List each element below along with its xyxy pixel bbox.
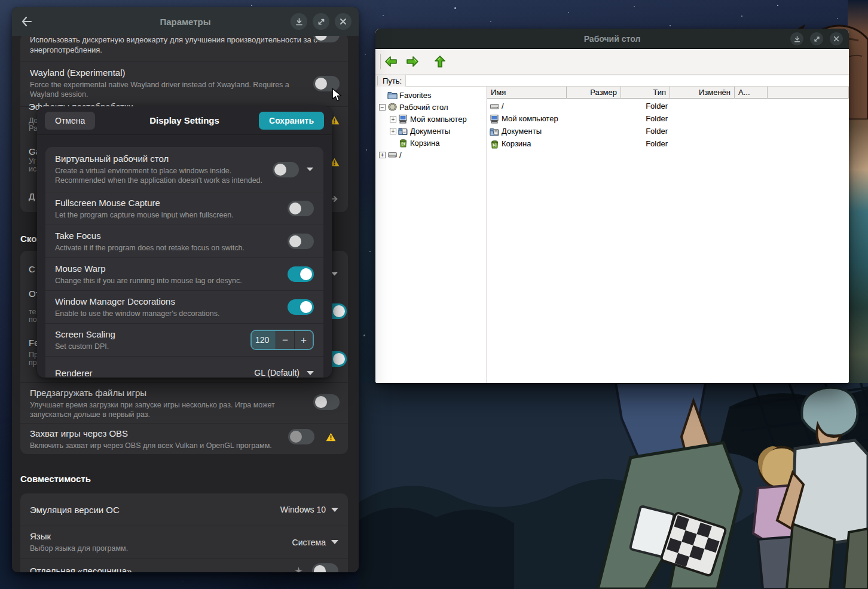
file-list: ИмяРазмерТипИзменёнА... /FolderМой компь… — [487, 87, 849, 383]
dialog-setting-row: Window Manager DecorationsEnable to use … — [45, 290, 323, 323]
toggle-knob — [290, 431, 302, 443]
tree-item[interactable]: +/ — [375, 149, 487, 161]
mouse-cursor — [331, 88, 344, 105]
settings-group-compatibility: Эмуляция версии ОС Windows 10 Язык Выбор… — [20, 493, 348, 572]
language-row[interactable]: Язык Выбор языка для программ. Система — [20, 526, 348, 559]
row-description: Force the experimental native Wayland dr… — [30, 80, 306, 99]
recycle-bin-icon — [490, 139, 500, 149]
titlebar-actions — [291, 13, 352, 30]
save-button[interactable]: Сохранить — [259, 112, 324, 130]
warning-icon — [326, 432, 336, 441]
tree-item[interactable]: −Рабочий стол — [375, 101, 487, 113]
desktop-icon — [387, 102, 398, 112]
path-label: Путь: — [383, 76, 402, 85]
nav-back-button[interactable] — [384, 55, 398, 68]
nav-up-button[interactable] — [433, 55, 447, 68]
tree-item[interactable]: Favorites — [375, 89, 487, 101]
toggle-switch[interactable] — [313, 394, 340, 410]
window-title: Рабочий стол — [375, 34, 849, 44]
maximize-button[interactable] — [810, 32, 823, 45]
toolbar-gripper[interactable] — [380, 54, 381, 69]
row-title: Window Manager Decorations — [55, 296, 219, 306]
toggle-knob — [289, 203, 301, 214]
toggle-knob — [289, 235, 301, 247]
toggle-switch[interactable] — [288, 299, 314, 315]
occluded-text-fragment: пр — [29, 358, 37, 367]
file-name: Документы — [502, 127, 542, 136]
compatibility-heading: Совместимость — [20, 474, 91, 484]
star-icon — [295, 567, 302, 572]
os-emulation-row[interactable]: Эмуляция версии ОС Windows 10 — [20, 493, 348, 526]
tree-item-label: / — [399, 151, 402, 159]
folder-icon — [387, 90, 398, 100]
row-title: Take Focus — [55, 231, 244, 241]
row-title: Mouse Warp — [55, 263, 242, 274]
pathbar-gripper[interactable] — [377, 76, 378, 85]
close-button[interactable] — [830, 32, 843, 45]
column-header-[interactable]: Тип — [621, 87, 670, 99]
row-title: Отдельная «песочница» — [30, 566, 132, 572]
maximize-button[interactable] — [313, 13, 329, 30]
collapse-box-icon[interactable]: − — [379, 104, 386, 111]
toggle-switch[interactable] — [273, 162, 299, 177]
expand-box-icon[interactable]: + — [390, 128, 396, 134]
file-row[interactable]: Мой компьютерFolder — [487, 112, 849, 125]
decrement-button[interactable]: − — [276, 331, 294, 349]
back-button[interactable] — [22, 16, 33, 27]
renderer-row[interactable]: Renderer GL (Default) — [45, 356, 323, 378]
tree-item-label: Favorites — [399, 91, 431, 100]
toggle-switch[interactable] — [312, 563, 338, 573]
explorer-toolbar — [375, 49, 849, 75]
dpi-value[interactable]: 120 — [252, 331, 276, 349]
column-header-[interactable]: Имя — [487, 87, 567, 99]
renderer-value: GL (Default) — [254, 368, 299, 378]
toggle-switch[interactable] — [288, 201, 314, 216]
column-header-filler[interactable] — [768, 87, 849, 99]
toggle-knob — [300, 268, 312, 280]
file-row[interactable]: КорзинаFolder — [487, 137, 849, 150]
occluded-text-fragment: Д — [29, 191, 35, 201]
row-description: Activate it if the program does not reta… — [55, 243, 244, 253]
nav-forward-button[interactable] — [406, 55, 419, 68]
tree-item[interactable]: Корзина — [375, 137, 487, 149]
list-header: ИмяРазмерТипИзменёнА... — [487, 87, 849, 99]
dialog-setting-row: Виртуальный рабочий столCreate a virtual… — [45, 147, 323, 192]
row-title: Предзагружать файлы игры — [30, 388, 338, 398]
tree-item-label: Мой компьютер — [410, 115, 467, 124]
list-rows: /FolderМой компьютерFolderДокументыFolde… — [487, 99, 849, 150]
expand-box-icon[interactable]: + — [379, 152, 386, 158]
wayland-row: Wayland (Experimental) Force the experim… — [20, 62, 348, 106]
dpi-spinner: 120 − + — [250, 330, 314, 350]
download-button[interactable] — [790, 32, 803, 45]
explorer-pathbar: Путь: — [375, 75, 849, 87]
tree-item[interactable]: +Мой компьютер — [375, 113, 487, 125]
discrete-gpu-row: Использовать дискретную видеокарту для у… — [20, 33, 348, 62]
computer-icon — [490, 114, 500, 124]
drive-icon — [387, 150, 398, 159]
star — [670, 25, 671, 26]
increment-button[interactable]: + — [294, 331, 313, 349]
folder-tree: Favorites−Рабочий стол+Мой компьютер+Док… — [375, 87, 487, 383]
cancel-button[interactable]: Отмена — [45, 112, 95, 130]
expand-box-icon[interactable]: + — [390, 116, 396, 122]
star — [251, 5, 252, 6]
toggle-switch[interactable] — [288, 234, 314, 249]
file-row[interactable]: ДокументыFolder — [487, 125, 849, 137]
column-header-[interactable]: Размер — [567, 87, 621, 99]
row-description: Enable to use the window manager's decor… — [55, 309, 219, 318]
toggle-switch[interactable] — [288, 429, 314, 444]
download-button[interactable] — [291, 13, 307, 30]
row-text-clipped: энергопотребления. — [30, 45, 102, 54]
toggle-switch[interactable] — [288, 266, 314, 282]
column-header-[interactable]: Изменён — [670, 87, 735, 99]
file-row[interactable]: /Folder — [487, 100, 849, 112]
column-header-[interactable]: А... — [735, 87, 768, 99]
explorer-titlebar: Рабочий стол — [375, 29, 849, 49]
tree-item[interactable]: +Документы — [375, 125, 487, 137]
settings-window: Использовать дискретную видеокарту для у… — [12, 7, 359, 572]
documents-icon — [490, 127, 500, 136]
toggle-knob — [315, 78, 327, 90]
occluded-text-fragment: ис — [29, 165, 36, 173]
path-input[interactable] — [405, 75, 849, 87]
close-button[interactable] — [335, 13, 352, 30]
